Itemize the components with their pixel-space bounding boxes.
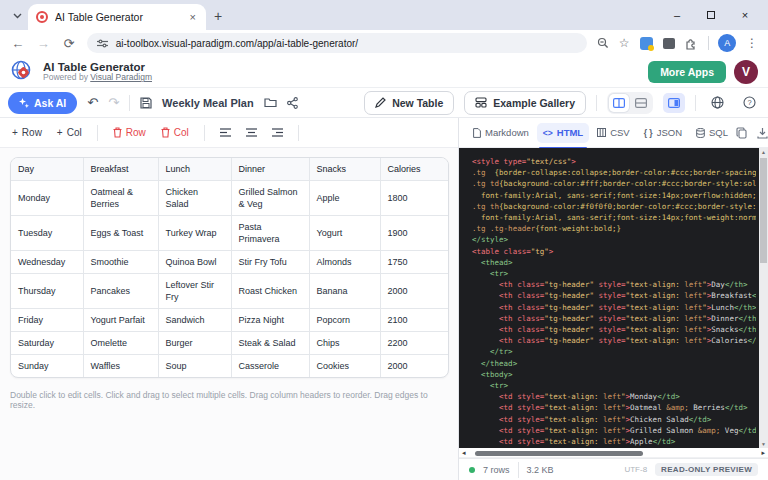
visual-paradigm-link[interactable]: Visual Paradigm xyxy=(90,72,152,82)
table-cell[interactable]: 1750 xyxy=(380,251,448,274)
table-cell[interactable]: Monday xyxy=(11,181,83,216)
table-cell[interactable]: Chicken Salad xyxy=(158,181,231,216)
forward-button[interactable]: → xyxy=(36,36,52,51)
column-header[interactable]: Lunch xyxy=(158,158,231,181)
table-cell[interactable]: 2100 xyxy=(380,309,448,332)
example-gallery-button[interactable]: Example Gallery xyxy=(464,91,586,115)
reload-button[interactable]: ⟳ xyxy=(61,36,77,51)
align-left-button[interactable] xyxy=(220,128,231,137)
table-cell[interactable]: Eggs & Toast xyxy=(83,216,158,251)
table-cell[interactable]: Tuesday xyxy=(11,216,83,251)
table-cell[interactable]: Cookies xyxy=(309,355,380,378)
table-cell[interactable]: Waffles xyxy=(83,355,158,378)
address-bar[interactable]: ai-toolbox.visual-paradigm.com/app/ai-ta… xyxy=(87,33,587,53)
stacked-view-button[interactable] xyxy=(631,94,651,112)
table-cell[interactable]: Thursday xyxy=(11,274,83,309)
table-cell[interactable]: 1900 xyxy=(380,216,448,251)
table-cell[interactable]: Stir Fry Tofu xyxy=(231,251,309,274)
horizontal-scroll-thumb[interactable] xyxy=(475,451,643,456)
share-icon[interactable] xyxy=(287,97,298,109)
brand-avatar[interactable]: V xyxy=(734,60,758,84)
extension-2-icon[interactable] xyxy=(663,38,675,49)
column-header[interactable]: Calories xyxy=(380,158,448,181)
toggle-right-panel-button[interactable] xyxy=(663,93,685,113)
vertical-scroll-thumb[interactable] xyxy=(760,158,767,263)
table-cell[interactable]: Apple xyxy=(309,181,380,216)
add-column-button[interactable]: +Col xyxy=(57,127,82,138)
download-button[interactable] xyxy=(757,127,768,139)
table-cell[interactable]: Saturday xyxy=(11,332,83,355)
column-header[interactable]: Dinner xyxy=(231,158,309,181)
table-cell[interactable]: 2000 xyxy=(380,274,448,309)
table-cell[interactable]: Grilled Salmon & Veg xyxy=(231,181,309,216)
table-cell[interactable]: Quinoa Bowl xyxy=(158,251,231,274)
table-cell[interactable]: 1800 xyxy=(380,181,448,216)
tab-sql[interactable]: SQL xyxy=(690,123,734,143)
scroll-down-icon[interactable]: ▼ xyxy=(759,441,768,447)
table-cell[interactable]: Pasta Primavera xyxy=(231,216,309,251)
table-cell[interactable]: Popcorn xyxy=(309,309,380,332)
tab-csv[interactable]: CSV xyxy=(591,123,636,143)
table-cell[interactable]: Omelette xyxy=(83,332,158,355)
table-cell[interactable]: Oatmeal & Berries xyxy=(83,181,158,216)
table-cell[interactable]: Pancakes xyxy=(83,274,158,309)
table-cell[interactable]: Sunday xyxy=(11,355,83,378)
site-settings-icon[interactable] xyxy=(97,39,108,48)
delete-row-button[interactable]: Row xyxy=(113,127,146,138)
profile-avatar[interactable]: A xyxy=(718,34,736,52)
delete-column-button[interactable]: Col xyxy=(161,127,189,138)
back-button[interactable]: ← xyxy=(10,36,26,51)
align-center-button[interactable] xyxy=(246,128,257,137)
table-cell[interactable]: Almonds xyxy=(309,251,380,274)
extension-icon[interactable] xyxy=(640,37,653,50)
horizontal-scrollbar[interactable]: ◂ ▸ xyxy=(459,448,768,458)
add-row-button[interactable]: +Row xyxy=(12,127,42,138)
tab-close-icon[interactable]: × xyxy=(188,11,198,23)
table-cell[interactable]: 2200 xyxy=(380,332,448,355)
tab-markdown[interactable]: Markdown xyxy=(467,123,535,143)
new-tab-button[interactable]: + xyxy=(214,8,222,24)
new-table-button[interactable]: New Table xyxy=(364,91,454,115)
browser-menu-icon[interactable]: ⋮ xyxy=(746,36,758,50)
split-view-button[interactable] xyxy=(609,94,629,112)
table-cell[interactable]: Roast Chicken xyxy=(231,274,309,309)
window-maximize-button[interactable] xyxy=(694,9,728,21)
table-cell[interactable]: Smoothie xyxy=(83,251,158,274)
align-right-button[interactable] xyxy=(272,128,283,137)
more-apps-button[interactable]: More Apps xyxy=(648,61,726,83)
zoom-icon[interactable] xyxy=(597,37,609,49)
column-header[interactable]: Breakfast xyxy=(83,158,158,181)
table-cell[interactable]: Chips xyxy=(309,332,380,355)
column-header[interactable]: Snacks xyxy=(309,158,380,181)
table-cell[interactable]: Sandwich xyxy=(158,309,231,332)
table-cell[interactable]: Banana xyxy=(309,274,380,309)
redo-button[interactable]: ↷ xyxy=(108,95,119,110)
scroll-left-icon[interactable]: ◂ xyxy=(462,448,466,458)
table-cell[interactable]: Burger xyxy=(158,332,231,355)
table-cell[interactable]: Turkey Wrap xyxy=(158,216,231,251)
help-button[interactable]: ? xyxy=(738,93,760,113)
save-icon[interactable] xyxy=(140,97,152,109)
table-cell[interactable]: Leftover Stir Fry xyxy=(158,274,231,309)
tab-search-chevron-icon[interactable] xyxy=(8,7,26,25)
vertical-scrollbar[interactable]: ▲ ▼ xyxy=(759,148,768,448)
table-cell[interactable]: 2000 xyxy=(380,355,448,378)
language-globe-button[interactable] xyxy=(706,93,728,113)
ask-ai-button[interactable]: Ask AI xyxy=(8,92,77,114)
table-cell[interactable]: Soup xyxy=(158,355,231,378)
table-cell[interactable]: Pizza Night xyxy=(231,309,309,332)
meal-table[interactable]: DayBreakfastLunchDinnerSnacksCaloriesMon… xyxy=(11,158,448,377)
scroll-right-icon[interactable]: ▸ xyxy=(761,448,765,458)
document-title[interactable]: Weekly Meal Plan xyxy=(162,97,254,109)
extensions-puzzle-icon[interactable] xyxy=(685,37,698,50)
bookmark-star-icon[interactable]: ☆ xyxy=(619,36,630,50)
scroll-up-icon[interactable]: ▲ xyxy=(759,149,768,155)
table-cell[interactable]: Yogurt xyxy=(309,216,380,251)
tab-json[interactable]: { } JSON xyxy=(638,123,688,143)
tab-html[interactable]: <> HTML xyxy=(537,123,589,143)
column-header[interactable]: Day xyxy=(11,158,83,181)
table-cell[interactable]: Friday xyxy=(11,309,83,332)
undo-button[interactable]: ↶ xyxy=(87,95,98,110)
table-cell[interactable]: Wednesday xyxy=(11,251,83,274)
table-cell[interactable]: Casserole xyxy=(231,355,309,378)
